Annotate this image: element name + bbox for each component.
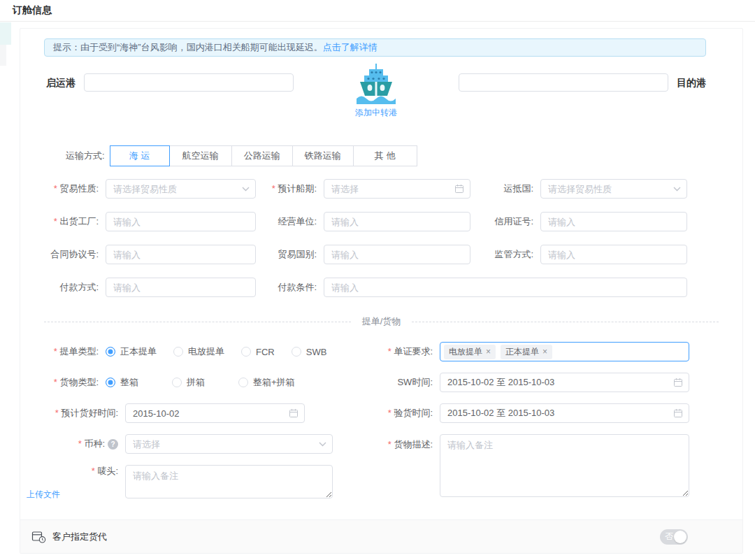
supervision-field[interactable] [540, 245, 687, 264]
help-icon[interactable]: ? [108, 439, 118, 450]
transport-mode-label: 运输方式: [66, 150, 105, 162]
supervision-input[interactable] [540, 245, 687, 264]
cargo-ready-date-picker[interactable] [125, 403, 305, 423]
radio-original-bl[interactable]: 正本提单 [106, 345, 157, 358]
payment-method-field[interactable] [106, 278, 256, 297]
radio-label: 拼箱 [187, 376, 205, 389]
tab-air[interactable]: 航空运输 [169, 145, 232, 166]
radio-fcl-lcl[interactable]: 整箱+拼箱 [238, 376, 295, 389]
sw-time-row: SW时间: [370, 373, 742, 392]
tab-road[interactable]: 公路运输 [231, 145, 293, 166]
radio-telex-bl[interactable]: 电放提单 [173, 345, 224, 358]
radio-checked-icon[interactable] [106, 378, 115, 387]
radio-fcl[interactable]: 整箱 [106, 376, 138, 389]
radio-icon[interactable] [238, 378, 248, 387]
bl-type-row: 提单类型: 正本提单 电放提单 FCR [20, 342, 370, 361]
trade-nature-input[interactable] [106, 179, 256, 199]
etd-input[interactable] [324, 179, 470, 199]
doc-req-tag: 正本提单 × [501, 345, 552, 359]
currency-select[interactable] [125, 434, 333, 454]
tab-rail[interactable]: 铁路运输 [292, 145, 354, 166]
supervision-label: 监管方式: [470, 248, 540, 261]
origin-port-input[interactable] [84, 73, 294, 92]
form-row-1: 贸易性质: 预计船期: 运抵国: [20, 179, 742, 199]
chevron-down-icon [673, 187, 681, 192]
radio-fcr[interactable]: FCR [241, 347, 275, 357]
forwarder-label: 客户指定货代 [52, 531, 107, 543]
lc-no-input[interactable] [540, 212, 687, 231]
business-unit-input[interactable] [324, 212, 470, 231]
sw-time-input[interactable] [440, 373, 689, 392]
calendar-icon[interactable] [673, 408, 683, 418]
factory-field[interactable] [106, 212, 256, 231]
bl-type-radio-group: 正本提单 电放提单 FCR SWB [106, 345, 343, 358]
edge-decoration-gray [0, 45, 6, 66]
radio-swb[interactable]: SWB [292, 347, 327, 357]
edge-decoration-teal [0, 22, 11, 45]
doc-req-tag: 电放提单 × [444, 345, 496, 359]
payment-terms-field[interactable] [324, 278, 687, 297]
radio-icon[interactable] [173, 347, 183, 357]
factory-input[interactable] [106, 212, 256, 231]
business-unit-label: 经营单位: [256, 215, 324, 228]
contract-no-field[interactable] [106, 245, 256, 264]
add-transit-port-link[interactable]: 添加中转港 [355, 107, 397, 119]
origin-port-label: 启运港 [46, 73, 76, 92]
trade-country-field[interactable] [324, 245, 470, 264]
cargo-type-label: 货物类型: [20, 376, 106, 389]
sw-time-date-picker[interactable] [440, 373, 689, 392]
booking-form-panel: 提示：由于受到“海神”台风影响，国内港口相关船期可能出现延迟。 点击了解详情 启… [20, 28, 743, 554]
inspection-date-picker[interactable] [440, 403, 689, 423]
radio-lcl[interactable]: 拼箱 [172, 376, 205, 389]
payment-terms-input[interactable] [324, 278, 687, 297]
cargo-ready-label: 预计货好时间: [20, 407, 125, 419]
tab-sea[interactable]: 海 运 [110, 145, 170, 166]
tag-close-icon[interactable]: × [542, 347, 547, 356]
cargo-type-radio-group: 整箱 拼箱 整箱+拼箱 [106, 376, 312, 389]
cargo-ready-row: 预计货好时间: [20, 403, 370, 423]
section-divider: 提单/货物 [44, 315, 719, 328]
payment-terms-label: 付款条件: [256, 281, 324, 294]
basic-fields: 贸易性质: 预计船期: 运抵国: [20, 179, 742, 297]
arrival-country-input[interactable] [540, 179, 687, 199]
calendar-icon[interactable] [289, 408, 299, 418]
lc-no-field[interactable] [540, 212, 687, 231]
currency-input[interactable] [125, 434, 333, 454]
arrival-country-select[interactable] [540, 179, 687, 199]
radio-checked-icon[interactable] [106, 347, 115, 357]
business-unit-field[interactable] [324, 212, 470, 231]
upload-file-link[interactable]: 上传文件 [27, 489, 60, 501]
contract-no-input[interactable] [106, 245, 256, 264]
radio-icon[interactable] [292, 347, 301, 357]
forwarder-footer-bar: 客户指定货代 否 [20, 519, 742, 553]
doc-req-row: 单证要求: 电放提单 × 正本提单 × [370, 342, 742, 361]
ports-row: 启运港 添加中转港 目的港 [20, 73, 742, 119]
form-row-4: 付款方式: 付款条件: [20, 278, 742, 297]
destination-port-input[interactable] [459, 73, 668, 92]
tag-close-icon[interactable]: × [486, 347, 491, 356]
radio-icon[interactable] [172, 378, 182, 387]
forwarder-toggle[interactable]: 否 [660, 529, 688, 545]
radio-icon[interactable] [241, 347, 251, 357]
trade-nature-select[interactable] [106, 179, 256, 199]
cargo-ready-input[interactable] [125, 403, 305, 423]
doc-req-label: 单证要求: [370, 345, 440, 358]
calendar-icon[interactable] [673, 378, 683, 387]
etd-label: 预计船期: [256, 182, 324, 195]
page-title: 订舱信息 [13, 4, 52, 17]
inspection-input[interactable] [440, 403, 689, 423]
divider-dash [412, 322, 719, 322]
payment-method-input[interactable] [106, 278, 256, 297]
alert-detail-link[interactable]: 点击了解详情 [323, 41, 378, 54]
cargo-desc-textarea[interactable] [440, 434, 689, 497]
trade-country-input[interactable] [324, 245, 470, 264]
cargo-desc-label: 货物描述: [370, 434, 440, 451]
cargo-desc-row: 货物描述: [370, 434, 742, 497]
doc-req-multiselect[interactable]: 电放提单 × 正本提单 × [440, 342, 689, 361]
radio-label: FCR [256, 347, 275, 357]
arrival-country-label: 运抵国: [470, 182, 540, 195]
calendar-icon[interactable] [454, 184, 464, 194]
etd-date-picker[interactable] [324, 179, 470, 199]
marks-textarea[interactable] [125, 465, 333, 498]
tab-other[interactable]: 其 他 [353, 145, 417, 166]
